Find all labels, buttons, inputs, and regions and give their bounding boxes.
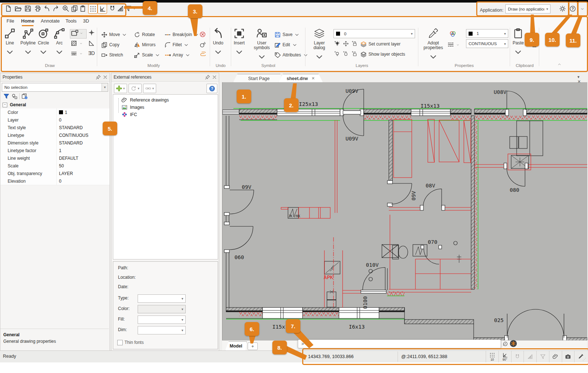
attributes-symbol-button[interactable]: Attributes xyxy=(275,51,309,59)
attach-reference-button[interactable]: ▾ xyxy=(114,84,127,93)
paste-button[interactable]: Paste xyxy=(513,28,524,59)
settings-gear-icon[interactable] xyxy=(559,5,566,12)
filter-icon[interactable] xyxy=(3,93,9,99)
clip-icon[interactable] xyxy=(200,52,206,58)
drawing-window-controls[interactable]: ▾ ✕ xyxy=(577,75,588,84)
lock-icon[interactable] xyxy=(352,41,358,47)
help-button[interactable]: ? xyxy=(206,84,217,93)
property-row[interactable]: Line weightDEFAULT xyxy=(0,154,110,162)
explode-icon[interactable] xyxy=(200,41,206,48)
ribbon-tab-tools[interactable]: Tools xyxy=(66,17,76,25)
command-history-icon[interactable] xyxy=(502,341,508,347)
property-row[interactable]: Layer0 xyxy=(0,116,110,124)
xref-tree-item-reference-drawings[interactable]: Reference drawings xyxy=(122,97,169,103)
bulboff-icon[interactable] xyxy=(334,51,340,57)
fillet-button[interactable]: Fillet xyxy=(165,41,189,49)
mirrors-button[interactable]: Mirrors xyxy=(134,41,155,49)
command-input[interactable]: > xyxy=(298,340,501,348)
snap-magnet-button[interactable] xyxy=(108,4,117,13)
xref-type-select[interactable]: ▾ xyxy=(138,294,186,303)
insert-button[interactable]: Insert xyxy=(234,28,245,59)
line-button[interactable]: Line xyxy=(4,28,15,59)
stretch-button[interactable]: Stretch xyxy=(101,51,123,59)
multiline-tool-button[interactable] xyxy=(71,50,83,57)
scale-button[interactable]: Scale xyxy=(134,51,161,59)
copy-info-icon[interactable] xyxy=(21,93,28,99)
pin-icon[interactable] xyxy=(205,75,210,80)
undo-button[interactable]: Undo xyxy=(213,28,224,59)
rectangle-tool-split-button[interactable] xyxy=(70,29,87,39)
linetype-tool-button[interactable] xyxy=(447,41,459,48)
property-row[interactable]: Color1 xyxy=(0,108,110,116)
copy-button[interactable] xyxy=(70,4,79,13)
close-icon[interactable]: ✕ xyxy=(312,76,315,81)
zoom-window-button[interactable] xyxy=(61,4,70,13)
break-join-button[interactable]: Break/join xyxy=(165,31,200,39)
drawing-canvas[interactable]: U09VI25x13I15x13U08VU09V09V06009V08V0800… xyxy=(222,82,587,340)
model-tab[interactable]: Model xyxy=(225,341,247,351)
layer-action-button[interactable]: Show layer objects xyxy=(360,50,405,58)
collapse-chevron-icon[interactable] xyxy=(580,7,585,11)
open-file-button[interactable] xyxy=(13,4,22,13)
layer-select[interactable]: 0 ▾ xyxy=(334,29,415,38)
drawing-tab-start-page[interactable]: Start Page xyxy=(233,74,285,83)
ribbon-collapse-icon[interactable] xyxy=(557,62,562,67)
layer-dialog-button[interactable]: Layer dialog xyxy=(309,28,330,64)
new-layout-tab[interactable]: + xyxy=(248,342,258,350)
set-square-button[interactable] xyxy=(116,4,125,13)
thin-fonts-checkbox[interactable] xyxy=(117,340,123,345)
new-file-button[interactable] xyxy=(4,4,12,13)
pin-icon[interactable] xyxy=(96,75,101,80)
polygon-tool-icon[interactable] xyxy=(88,40,95,47)
properties-group-header[interactable]: − General xyxy=(0,101,110,108)
save-file-button[interactable] xyxy=(23,4,32,13)
paste-button[interactable] xyxy=(79,4,87,13)
delete-icon[interactable] xyxy=(200,31,206,37)
user-symbols-button[interactable]: User symbols xyxy=(251,28,272,64)
property-row[interactable]: Scale50 xyxy=(0,162,110,170)
close-icon[interactable] xyxy=(103,75,108,80)
more-button[interactable] xyxy=(132,4,137,13)
refresh-reference-button[interactable]: ▾ xyxy=(129,84,142,93)
undo-button[interactable] xyxy=(42,4,51,13)
rotate-button[interactable]: Rotate xyxy=(134,31,155,39)
link-reference-button[interactable]: ▾ xyxy=(143,84,156,93)
command-settings-icon[interactable] xyxy=(510,340,517,347)
arc-button[interactable]: Arc xyxy=(54,28,65,59)
bulbon-icon[interactable] xyxy=(334,41,340,47)
status-magnet-toggle[interactable] xyxy=(511,351,524,362)
unlock-icon[interactable] xyxy=(352,51,358,57)
ortho-toggle-button[interactable] xyxy=(98,4,107,14)
polyline-button[interactable]: Polyline xyxy=(20,28,36,59)
grid-toggle-button[interactable] xyxy=(88,4,98,14)
xref-tree-item-images[interactable]: Images xyxy=(122,104,144,110)
adopt-properties-button[interactable]: Adopt properties xyxy=(422,28,445,64)
property-row[interactable]: LinetypeCONTINUOUS xyxy=(0,131,110,139)
xref-color-select[interactable]: ▾ xyxy=(138,305,186,313)
edit-symbol-button[interactable]: Edit xyxy=(275,41,298,49)
layer-action-button[interactable]: Set current layer xyxy=(360,40,400,48)
droplet-icon[interactable] xyxy=(343,51,349,57)
filter-button[interactable] xyxy=(124,4,133,13)
drawing-tab-sheet-drw[interactable]: sheet.drw✕ xyxy=(279,74,323,83)
ribbon-tab-annotate[interactable]: Annotate xyxy=(41,17,60,25)
status-camera-toggle[interactable] xyxy=(562,351,575,362)
rgb-color-icon[interactable] xyxy=(449,31,456,37)
print-button[interactable] xyxy=(33,4,42,13)
help-icon[interactable]: ? xyxy=(569,5,576,12)
status-paperclip-toggle[interactable] xyxy=(549,351,562,362)
selection-select[interactable]: No selection ▾ xyxy=(2,83,108,92)
color-select[interactable]: 1 ▾ xyxy=(466,29,508,38)
move-icon[interactable] xyxy=(343,41,349,47)
xref-dim-select[interactable]: ▾ xyxy=(138,326,186,334)
save-symbol-button[interactable]: Save xyxy=(275,31,300,39)
redo-button[interactable] xyxy=(51,4,60,13)
status-set-square-toggle[interactable] xyxy=(524,351,536,362)
array-button[interactable]: Array xyxy=(165,51,191,59)
status-grid-toggle[interactable]: 10 xyxy=(486,351,498,362)
property-row[interactable]: Obj. transparencyLAYER xyxy=(0,170,110,178)
property-row[interactable]: Text styleSTANDARD xyxy=(0,124,110,132)
status-filter-toggle[interactable] xyxy=(536,351,549,362)
quick-select-icon[interactable] xyxy=(11,93,17,99)
status-ortho-toggle[interactable]: 90° xyxy=(498,351,511,362)
